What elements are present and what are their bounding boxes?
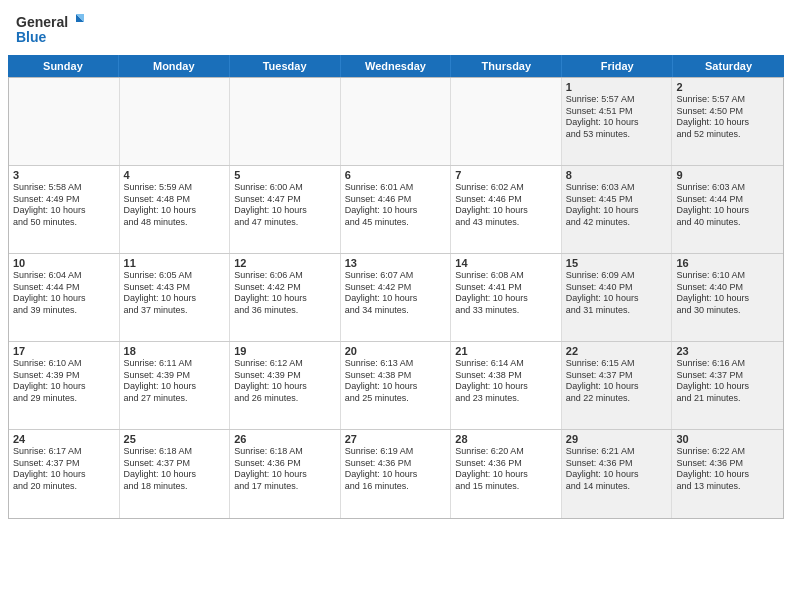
day-info: Sunrise: 6:17 AM Sunset: 4:37 PM Dayligh…: [13, 446, 115, 493]
day-info: Sunrise: 6:04 AM Sunset: 4:44 PM Dayligh…: [13, 270, 115, 317]
week-row-0: 1Sunrise: 5:57 AM Sunset: 4:51 PM Daylig…: [9, 78, 783, 166]
day-info: Sunrise: 6:16 AM Sunset: 4:37 PM Dayligh…: [676, 358, 779, 405]
day-number: 8: [566, 169, 668, 181]
day-number: 29: [566, 433, 668, 445]
day-cell-1-6: 9Sunrise: 6:03 AM Sunset: 4:44 PM Daylig…: [672, 166, 783, 253]
day-info: Sunrise: 5:58 AM Sunset: 4:49 PM Dayligh…: [13, 182, 115, 229]
day-cell-0-4: [451, 78, 562, 165]
day-cell-1-2: 5Sunrise: 6:00 AM Sunset: 4:47 PM Daylig…: [230, 166, 341, 253]
day-info: Sunrise: 6:09 AM Sunset: 4:40 PM Dayligh…: [566, 270, 668, 317]
day-number: 10: [13, 257, 115, 269]
day-info: Sunrise: 6:15 AM Sunset: 4:37 PM Dayligh…: [566, 358, 668, 405]
day-cell-0-3: [341, 78, 452, 165]
day-cell-4-6: 30Sunrise: 6:22 AM Sunset: 4:36 PM Dayli…: [672, 430, 783, 518]
day-number: 3: [13, 169, 115, 181]
day-cell-2-4: 14Sunrise: 6:08 AM Sunset: 4:41 PM Dayli…: [451, 254, 562, 341]
day-info: Sunrise: 6:10 AM Sunset: 4:40 PM Dayligh…: [676, 270, 779, 317]
week-row-1: 3Sunrise: 5:58 AM Sunset: 4:49 PM Daylig…: [9, 166, 783, 254]
day-cell-2-0: 10Sunrise: 6:04 AM Sunset: 4:44 PM Dayli…: [9, 254, 120, 341]
day-cell-0-0: [9, 78, 120, 165]
day-info: Sunrise: 6:01 AM Sunset: 4:46 PM Dayligh…: [345, 182, 447, 229]
day-info: Sunrise: 6:18 AM Sunset: 4:37 PM Dayligh…: [124, 446, 226, 493]
day-cell-4-2: 26Sunrise: 6:18 AM Sunset: 4:36 PM Dayli…: [230, 430, 341, 518]
day-number: 25: [124, 433, 226, 445]
day-cell-4-5: 29Sunrise: 6:21 AM Sunset: 4:36 PM Dayli…: [562, 430, 673, 518]
day-header-monday: Monday: [119, 55, 230, 77]
main-container: GeneralBlue SundayMondayTuesdayWednesday…: [0, 0, 792, 612]
day-cell-4-0: 24Sunrise: 6:17 AM Sunset: 4:37 PM Dayli…: [9, 430, 120, 518]
day-cell-3-5: 22Sunrise: 6:15 AM Sunset: 4:37 PM Dayli…: [562, 342, 673, 429]
header: GeneralBlue: [0, 0, 792, 55]
day-cell-1-3: 6Sunrise: 6:01 AM Sunset: 4:46 PM Daylig…: [341, 166, 452, 253]
day-number: 22: [566, 345, 668, 357]
day-info: Sunrise: 6:06 AM Sunset: 4:42 PM Dayligh…: [234, 270, 336, 317]
day-number: 4: [124, 169, 226, 181]
day-headers: SundayMondayTuesdayWednesdayThursdayFrid…: [8, 55, 784, 77]
day-info: Sunrise: 6:10 AM Sunset: 4:39 PM Dayligh…: [13, 358, 115, 405]
svg-text:General: General: [16, 14, 68, 30]
day-cell-3-1: 18Sunrise: 6:11 AM Sunset: 4:39 PM Dayli…: [120, 342, 231, 429]
day-info: Sunrise: 6:00 AM Sunset: 4:47 PM Dayligh…: [234, 182, 336, 229]
day-cell-0-6: 2Sunrise: 5:57 AM Sunset: 4:50 PM Daylig…: [672, 78, 783, 165]
day-info: Sunrise: 6:05 AM Sunset: 4:43 PM Dayligh…: [124, 270, 226, 317]
day-cell-1-0: 3Sunrise: 5:58 AM Sunset: 4:49 PM Daylig…: [9, 166, 120, 253]
day-number: 17: [13, 345, 115, 357]
day-number: 16: [676, 257, 779, 269]
day-cell-2-3: 13Sunrise: 6:07 AM Sunset: 4:42 PM Dayli…: [341, 254, 452, 341]
day-cell-2-2: 12Sunrise: 6:06 AM Sunset: 4:42 PM Dayli…: [230, 254, 341, 341]
day-info: Sunrise: 6:12 AM Sunset: 4:39 PM Dayligh…: [234, 358, 336, 405]
day-number: 18: [124, 345, 226, 357]
calendar: SundayMondayTuesdayWednesdayThursdayFrid…: [0, 55, 792, 612]
day-number: 23: [676, 345, 779, 357]
day-number: 6: [345, 169, 447, 181]
day-number: 15: [566, 257, 668, 269]
day-header-sunday: Sunday: [8, 55, 119, 77]
day-cell-1-4: 7Sunrise: 6:02 AM Sunset: 4:46 PM Daylig…: [451, 166, 562, 253]
day-header-tuesday: Tuesday: [230, 55, 341, 77]
day-cell-3-4: 21Sunrise: 6:14 AM Sunset: 4:38 PM Dayli…: [451, 342, 562, 429]
day-number: 30: [676, 433, 779, 445]
day-info: Sunrise: 6:03 AM Sunset: 4:44 PM Dayligh…: [676, 182, 779, 229]
svg-text:Blue: Blue: [16, 29, 47, 45]
day-cell-2-6: 16Sunrise: 6:10 AM Sunset: 4:40 PM Dayli…: [672, 254, 783, 341]
day-header-wednesday: Wednesday: [341, 55, 452, 77]
day-cell-4-3: 27Sunrise: 6:19 AM Sunset: 4:36 PM Dayli…: [341, 430, 452, 518]
day-info: Sunrise: 5:57 AM Sunset: 4:50 PM Dayligh…: [676, 94, 779, 141]
day-info: Sunrise: 6:18 AM Sunset: 4:36 PM Dayligh…: [234, 446, 336, 493]
day-header-friday: Friday: [562, 55, 673, 77]
day-number: 11: [124, 257, 226, 269]
day-number: 9: [676, 169, 779, 181]
day-number: 24: [13, 433, 115, 445]
day-cell-0-2: [230, 78, 341, 165]
day-info: Sunrise: 6:03 AM Sunset: 4:45 PM Dayligh…: [566, 182, 668, 229]
day-number: 14: [455, 257, 557, 269]
day-number: 5: [234, 169, 336, 181]
logo-svg: GeneralBlue: [16, 12, 96, 47]
day-info: Sunrise: 6:11 AM Sunset: 4:39 PM Dayligh…: [124, 358, 226, 405]
day-info: Sunrise: 6:08 AM Sunset: 4:41 PM Dayligh…: [455, 270, 557, 317]
day-info: Sunrise: 5:57 AM Sunset: 4:51 PM Dayligh…: [566, 94, 668, 141]
day-cell-3-2: 19Sunrise: 6:12 AM Sunset: 4:39 PM Dayli…: [230, 342, 341, 429]
day-info: Sunrise: 6:19 AM Sunset: 4:36 PM Dayligh…: [345, 446, 447, 493]
day-number: 20: [345, 345, 447, 357]
day-number: 27: [345, 433, 447, 445]
day-cell-0-5: 1Sunrise: 5:57 AM Sunset: 4:51 PM Daylig…: [562, 78, 673, 165]
day-info: Sunrise: 6:22 AM Sunset: 4:36 PM Dayligh…: [676, 446, 779, 493]
day-cell-2-5: 15Sunrise: 6:09 AM Sunset: 4:40 PM Dayli…: [562, 254, 673, 341]
day-header-saturday: Saturday: [673, 55, 784, 77]
day-info: Sunrise: 6:14 AM Sunset: 4:38 PM Dayligh…: [455, 358, 557, 405]
day-cell-0-1: [120, 78, 231, 165]
day-info: Sunrise: 5:59 AM Sunset: 4:48 PM Dayligh…: [124, 182, 226, 229]
day-number: 19: [234, 345, 336, 357]
day-number: 21: [455, 345, 557, 357]
day-header-thursday: Thursday: [451, 55, 562, 77]
day-number: 26: [234, 433, 336, 445]
logo: GeneralBlue: [16, 12, 96, 47]
day-cell-1-5: 8Sunrise: 6:03 AM Sunset: 4:45 PM Daylig…: [562, 166, 673, 253]
day-number: 2: [676, 81, 779, 93]
week-row-2: 10Sunrise: 6:04 AM Sunset: 4:44 PM Dayli…: [9, 254, 783, 342]
week-row-3: 17Sunrise: 6:10 AM Sunset: 4:39 PM Dayli…: [9, 342, 783, 430]
day-number: 1: [566, 81, 668, 93]
day-cell-3-6: 23Sunrise: 6:16 AM Sunset: 4:37 PM Dayli…: [672, 342, 783, 429]
day-number: 28: [455, 433, 557, 445]
